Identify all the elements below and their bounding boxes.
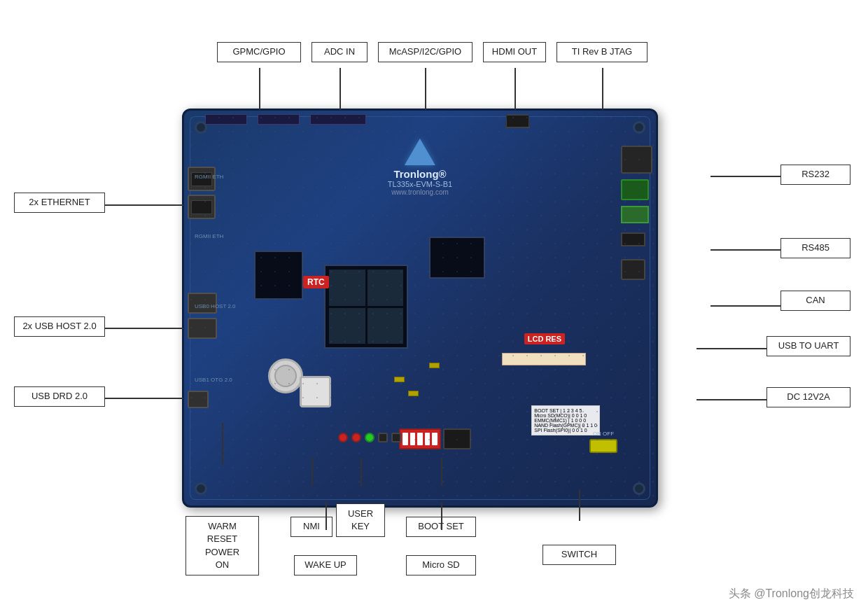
line-rs485 — [710, 249, 780, 251]
label-mcasp: McASP/I2C/GPIO — [378, 42, 472, 62]
mount-hole-bl — [195, 482, 207, 495]
line-jtag — [602, 68, 603, 110]
label-dc-power: DC 12V2A — [766, 387, 850, 407]
smd-1 — [394, 377, 405, 382]
line-wake-up — [326, 502, 327, 530]
rtc-battery — [268, 358, 303, 393]
line-user-key — [360, 458, 362, 486]
label-usb-drd: USB DRD 2.0 — [14, 386, 105, 407]
dc-jack — [621, 259, 645, 280]
board-brand: Tronlong® — [388, 168, 452, 180]
line-ethernet — [105, 204, 183, 206]
main-processor — [324, 265, 408, 349]
label-usb-uart: USB TO UART — [766, 336, 850, 356]
line-usb-host — [105, 328, 183, 329]
label-usb-host: 2x USB HOST 2.0 — [14, 316, 105, 337]
top-pin-headers — [205, 114, 366, 125]
label-switch: SWITCH — [542, 545, 616, 565]
gpmc-header — [205, 114, 247, 125]
line-warm-reset — [222, 423, 223, 465]
label-user-key: USERKEY — [336, 503, 385, 537]
line-hdmi — [514, 68, 516, 110]
line-can — [710, 305, 780, 307]
usb-uart-port — [621, 232, 645, 246]
label-hdmi-out: HDMI OUT — [483, 42, 546, 62]
power-switch: ON OFF — [589, 431, 617, 453]
smd-2 — [408, 391, 419, 396]
dip-switch-boot — [399, 428, 441, 449]
usb-drd-port — [188, 391, 209, 408]
label-jtag: TI Rev B JTAG — [556, 42, 648, 62]
line-nmi — [312, 458, 313, 486]
line-usb-uart — [696, 348, 766, 349]
lcd-res-overlay-label: LCD RES — [524, 333, 565, 344]
line-rs232 — [710, 176, 780, 177]
board-label-rgmii1: RGMII ETH — [195, 174, 223, 180]
main-container: Tronlong® TL335x-EVM-S-B1 www.tronlong.c… — [0, 0, 868, 614]
label-ethernet: 2x ETHERNET — [14, 193, 105, 213]
line-mcasp — [425, 68, 426, 110]
btn-red-1 — [338, 433, 348, 442]
bottom-buttons — [338, 433, 401, 442]
board-label-usb0: USB0 HOST 2.0 — [195, 303, 236, 309]
terminal-rs485 — [621, 179, 649, 200]
memory-chip — [429, 237, 485, 279]
btn-black-1 — [378, 433, 388, 442]
lcd-connector — [502, 353, 586, 365]
label-can: CAN — [780, 291, 850, 311]
chip-2 — [254, 251, 303, 300]
white-button — [300, 376, 331, 407]
right-connectors — [621, 146, 652, 280]
pcb-board: Tronlong® TL335x-EVM-S-B1 www.tronlong.c… — [182, 109, 658, 508]
line-switch — [579, 489, 580, 521]
mount-hole-br — [633, 482, 645, 495]
smd-3 — [429, 363, 440, 368]
btn-green — [365, 433, 374, 442]
board-label-rgmii2: RGMII ETH — [195, 233, 223, 239]
rtc-overlay-label: RTC — [303, 276, 329, 288]
line-gpmc — [259, 68, 260, 110]
line-boot-set — [441, 458, 442, 486]
usb-host-1 — [188, 293, 217, 314]
eth-port-2 — [188, 195, 216, 219]
usb-host-2 — [188, 318, 217, 339]
db9-rs232 — [621, 146, 652, 174]
btn-red-2 — [351, 433, 361, 442]
label-gpmc-gpio: GPMC/GPIO — [217, 42, 301, 62]
label-rs485: RS485 — [780, 238, 850, 258]
ethernet-ports — [188, 167, 216, 219]
board-label-usb1: USB1 OTG 2.0 — [195, 377, 232, 383]
boot-table: BOOT SET | 1 2 3 4 5 Micro SD(MCO)| 0 0 … — [531, 405, 600, 435]
tronlong-triangle-icon — [405, 139, 435, 165]
eth-port-1 — [188, 167, 216, 191]
label-warm-reset: WARMRESETPOWERON — [186, 516, 259, 575]
hdmi-port — [505, 114, 530, 128]
line-micro-sd — [441, 502, 442, 530]
line-adc — [340, 68, 341, 110]
btn-black-2 — [391, 433, 401, 442]
board-logo: Tronlong® TL335x-EVM-S-B1 www.tronlong.c… — [388, 139, 452, 196]
watermark: 头条 @Tronlong创龙科技 — [729, 587, 854, 601]
usb-host-ports — [188, 293, 217, 339]
mount-hole-tr — [633, 121, 645, 134]
terminal-can — [621, 206, 649, 223]
adc-header — [258, 114, 300, 125]
microsd-slot — [443, 428, 471, 449]
label-micro-sd: Micro SD — [406, 555, 476, 575]
board-website: www.tronlong.com — [388, 188, 452, 196]
label-adc-in: ADC IN — [312, 42, 368, 62]
line-dc — [696, 399, 766, 400]
board-model: TL335x-EVM-S-B1 — [388, 180, 452, 188]
line-usb-drd — [105, 398, 183, 399]
mcasp-header — [310, 114, 366, 125]
label-wake-up: WAKE UP — [294, 555, 357, 575]
mount-hole-tl — [195, 121, 207, 134]
label-rs232: RS232 — [780, 165, 850, 185]
